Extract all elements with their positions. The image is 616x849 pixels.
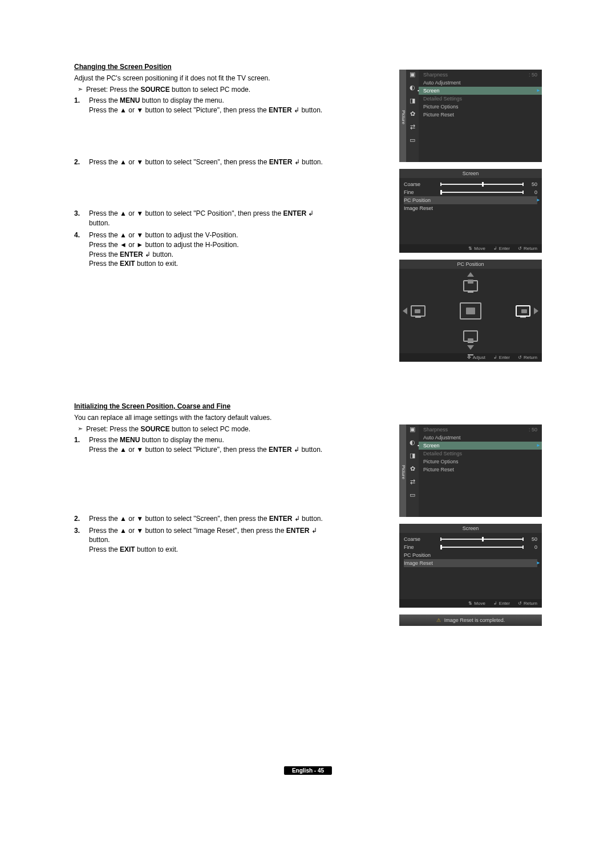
step-2: Press the ▲ or ▼ button to select "Scree…	[74, 157, 325, 207]
osd-picture-menu: Picture ▣ ◐ ◨ ✿ ⇄ ▭ Sharpness: 50 Auto A…	[399, 70, 542, 162]
setup-icon: ✿	[410, 465, 415, 472]
screen-pcposition[interactable]: PC Position	[404, 196, 537, 204]
hint-enter: Enter	[493, 355, 510, 360]
picture-tab: Picture	[399, 424, 406, 517]
menu-item-screen[interactable]: Screen	[419, 87, 542, 95]
hint-return: Return	[518, 355, 537, 360]
osd-screen-menu: Screen Coarse 50 Fine 0 PC Position Imag…	[399, 524, 542, 608]
screen-imagereset[interactable]: Image Reset	[404, 204, 537, 212]
screen-title: Screen	[399, 169, 542, 178]
section2-title: Initializing the Screen Position, Coarse…	[74, 402, 542, 410]
pos-preview-left	[411, 305, 425, 317]
step-4: Press the ▲ or ▼ button to adjust the V-…	[74, 231, 325, 269]
arrow-left-icon[interactable]	[403, 308, 407, 314]
screen-pcposition[interactable]: PC Position	[404, 551, 537, 559]
hint-enter: Enter	[493, 601, 510, 606]
hint-enter: Enter	[493, 246, 510, 251]
step-2: Press the ▲ or ▼ button to select "Scree…	[74, 514, 325, 524]
coarse-slider[interactable]	[440, 184, 524, 185]
section1-steps: Press the MENU button to display the men…	[74, 96, 325, 269]
enter-icon: ↲	[292, 515, 302, 523]
menu-item-detailed: Detailed Settings	[419, 95, 542, 103]
page-number: English - 45	[284, 766, 332, 775]
hint-adjust: Adjust	[467, 355, 485, 360]
enter-icon: ↲	[309, 527, 317, 535]
app-icon: ▭	[410, 136, 415, 144]
enter-icon: ↲	[292, 106, 302, 114]
enter-icon: ↲	[292, 158, 302, 166]
menu-item-detailed: Detailed Settings	[419, 450, 542, 458]
step-1: Press the MENU button to display the men…	[74, 96, 325, 155]
picture-icon: ▣	[410, 71, 415, 78]
menu-item-options: Picture Options	[419, 458, 542, 466]
fine-slider[interactable]	[440, 192, 524, 193]
channel-icon: ◨	[410, 452, 415, 459]
step-1: Press the MENU button to display the men…	[74, 435, 325, 512]
screen-imagereset[interactable]: Image Reset	[404, 559, 537, 567]
preset-arrow-icon: ➣	[78, 425, 83, 432]
osd-pcposition: PC Position Adjust Enter Return	[399, 260, 542, 362]
hint-return: Return	[518, 601, 537, 606]
input-icon: ⇄	[410, 123, 415, 131]
sound-icon: ◐	[410, 84, 415, 91]
picture-icon: ▣	[410, 426, 415, 433]
input-icon: ⇄	[410, 478, 415, 486]
osd-icon-strip: ▣ ◐ ◨ ✿ ⇄ ▭	[406, 70, 419, 162]
osd-hints: Move Enter Return	[399, 599, 542, 608]
pos-preview-top	[463, 280, 478, 292]
arrow-up-icon[interactable]	[467, 272, 474, 277]
screen-fine[interactable]: Fine 0	[404, 543, 537, 551]
picture-tab: Picture	[399, 70, 406, 162]
menu-item-picreset: Picture Reset	[419, 466, 542, 474]
pos-preview-bottom	[463, 330, 478, 342]
enter-icon: ↲	[143, 250, 153, 258]
screen-fine[interactable]: Fine 0	[404, 188, 537, 196]
menu-item-options: Picture Options	[419, 103, 542, 111]
screen-coarse[interactable]: Coarse 50	[404, 535, 537, 543]
step-3: Press the ▲ or ▼ button to select "PC Po…	[74, 209, 325, 228]
osd-screenshots-2: Picture ▣ ◐ ◨ ✿ ⇄ ▭ Sharpness: 50 Auto A…	[399, 424, 542, 626]
menu-item-sharpness: Sharpness: 50	[419, 426, 542, 434]
arrow-down-icon[interactable]	[467, 345, 474, 350]
screen-coarse[interactable]: Coarse 50	[404, 180, 537, 188]
pcposition-title: PC Position	[399, 260, 542, 269]
enter-icon: ↲	[292, 446, 302, 454]
coarse-slider[interactable]	[440, 539, 524, 540]
menu-item-autoadj: Auto Adjustment	[419, 79, 542, 87]
osd-picture-menu: Picture ▣ ◐ ◨ ✿ ⇄ ▭ Sharpness: 50 Auto A…	[399, 424, 542, 517]
osd-toast-reset: Image Reset is completed.	[399, 614, 542, 626]
osd-icon-strip: ▣ ◐ ◨ ✿ ⇄ ▭	[406, 424, 419, 517]
menu-item-picreset: Picture Reset	[419, 111, 542, 119]
fine-slider[interactable]	[440, 547, 524, 548]
enter-icon: ↲	[306, 209, 314, 217]
menu-item-autoadj: Auto Adjustment	[419, 434, 542, 442]
pos-preview-right	[516, 305, 530, 317]
channel-icon: ◨	[410, 97, 415, 104]
osd-screen-menu: Screen Coarse 50 Fine 0 PC Position Imag…	[399, 169, 542, 253]
hint-move: Move	[468, 601, 485, 606]
menu-item-screen[interactable]: Screen	[419, 442, 542, 450]
hint-return: Return	[518, 246, 537, 251]
osd-screenshots-1: Picture ▣ ◐ ◨ ✿ ⇄ ▭ Sharpness: 50 Auto A…	[399, 70, 542, 362]
section2-steps: Press the MENU button to display the men…	[74, 435, 325, 555]
step-3: Press the ▲ or ▼ button to select "Image…	[74, 526, 325, 555]
hint-move: Move	[468, 246, 485, 251]
sound-icon: ◐	[410, 439, 415, 446]
osd-hints: Move Enter Return	[399, 244, 542, 253]
preset-arrow-icon: ➣	[78, 86, 83, 93]
section2-intro: You can replace all image settings with …	[74, 414, 542, 422]
setup-icon: ✿	[410, 110, 415, 118]
pos-preview-center	[460, 302, 481, 320]
menu-item-sharpness: Sharpness: 50	[419, 71, 542, 79]
app-icon: ▭	[410, 491, 415, 499]
arrow-right-icon[interactable]	[534, 308, 538, 314]
screen-title: Screen	[399, 524, 542, 533]
